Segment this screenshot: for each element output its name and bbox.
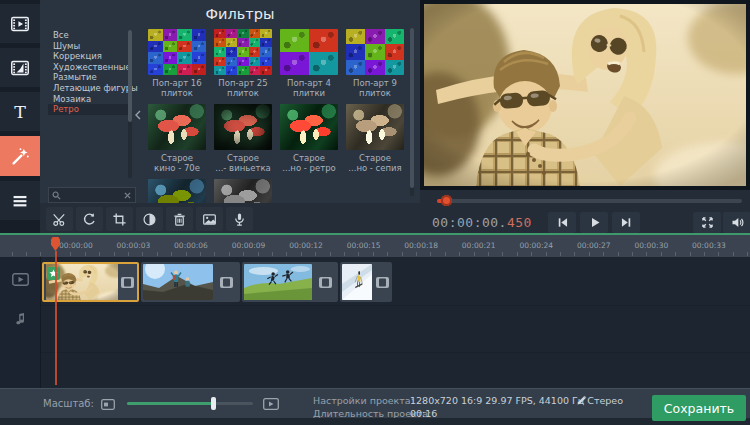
track-row-separator xyxy=(41,352,750,353)
scissors-icon xyxy=(52,212,67,227)
search-input[interactable] xyxy=(63,190,120,201)
crop-button[interactable] xyxy=(106,207,133,231)
filters-grid-scrollbar[interactable] xyxy=(410,28,414,196)
filter-thumbnail[interactable] xyxy=(214,179,272,203)
play-icon xyxy=(587,215,602,230)
sidebar-item-more[interactable] xyxy=(0,181,40,220)
timeline-tracks xyxy=(0,257,750,388)
previous-frame-icon xyxy=(555,215,570,230)
timecode-milliseconds: 450 xyxy=(507,215,532,230)
cut-button[interactable] xyxy=(46,207,73,231)
filter-thumbnail[interactable] xyxy=(280,104,338,150)
filter-thumbnail[interactable] xyxy=(214,29,272,75)
seek-bar[interactable] xyxy=(437,199,742,203)
seek-handle[interactable] xyxy=(441,195,452,206)
filter-name: Поп-арт 4плитки xyxy=(278,78,340,98)
sidebar-item-transitions[interactable] xyxy=(0,48,40,87)
category-item[interactable]: Все xyxy=(48,30,128,41)
category-item[interactable]: Ретро xyxy=(48,104,128,115)
timeline-clip-jumpers[interactable] xyxy=(242,262,338,302)
volume-button[interactable] xyxy=(723,212,750,233)
next-frame-icon xyxy=(619,215,634,230)
sidebar-item-titles[interactable]: T xyxy=(0,92,40,131)
fullscreen-button[interactable] xyxy=(693,212,721,233)
filmstrip-transition-icon xyxy=(9,57,31,79)
ruler-label: 00:00:12 xyxy=(289,241,323,250)
chevron-left-icon xyxy=(135,110,141,120)
contrast-icon xyxy=(142,212,157,227)
fullscreen-icon xyxy=(700,215,715,230)
filters-panel: Фильтры ВсеШумыКоррекцияХудожественныеРа… xyxy=(40,0,420,203)
filter-thumbnail[interactable] xyxy=(346,29,404,75)
transition-badge[interactable] xyxy=(121,277,134,288)
filmstrip-play-icon xyxy=(9,13,31,35)
zoom-label: Масштаб: xyxy=(43,398,94,409)
category-item[interactable]: Размытие xyxy=(48,72,128,83)
timeline-zoom-slider[interactable] xyxy=(127,402,253,405)
timecode: 00:00:00.450 xyxy=(432,215,532,230)
category-item[interactable]: Летающие фигуры xyxy=(48,83,128,94)
filter-thumbnail[interactable] xyxy=(148,179,206,203)
filter-thumbnail[interactable] xyxy=(346,104,404,150)
preview-couple-image xyxy=(424,4,746,186)
next-frame-button[interactable] xyxy=(612,212,640,233)
sidebar-item-media[interactable] xyxy=(0,4,40,43)
timeline-clip-hikers[interactable] xyxy=(141,262,240,302)
search-icon xyxy=(52,191,61,200)
delete-button[interactable] xyxy=(166,207,193,231)
microphone-icon xyxy=(232,212,247,227)
timeline-ruler[interactable]: 00:00:0000:00:0300:00:0600:00:0900:00:12… xyxy=(0,235,750,257)
filter-thumbnail[interactable] xyxy=(280,29,338,75)
filter-thumbnail[interactable] xyxy=(148,29,206,75)
clip-properties-button[interactable] xyxy=(196,207,223,231)
play-button[interactable] xyxy=(580,212,608,233)
filter-name: Старое...но - сепия xyxy=(344,153,406,173)
transition-badge[interactable] xyxy=(376,277,389,288)
image-icon xyxy=(202,212,217,227)
filter-name: Старое...но - ретро xyxy=(278,153,340,173)
rotate-button[interactable] xyxy=(76,207,103,231)
timeline-clip-skier[interactable] xyxy=(340,262,392,302)
record-audio-button[interactable] xyxy=(226,207,253,231)
category-item[interactable]: Шумы xyxy=(48,41,128,52)
save-button[interactable]: Сохранить xyxy=(652,395,746,421)
ruler-label: 00:00:09 xyxy=(232,241,266,250)
clear-search-icon[interactable] xyxy=(124,192,131,199)
ruler-label: 00:00:30 xyxy=(635,241,669,250)
zoom-out-clips-icon[interactable] xyxy=(101,399,115,410)
category-item[interactable]: Мозаика xyxy=(48,94,128,105)
video-track-icon xyxy=(12,273,29,286)
edit-pencil-icon[interactable] xyxy=(576,395,587,406)
magic-wand-icon xyxy=(9,145,31,167)
ruler-label: 00:00:33 xyxy=(692,241,726,250)
filter-name: Староекино - 70е xyxy=(146,153,208,173)
project-settings-label: Настройки проекта: xyxy=(313,395,414,406)
project-settings-value: 1280x720 16:9 29.97 FPS, 44100 Гц Стерео xyxy=(410,395,623,406)
category-item[interactable]: Коррекция xyxy=(48,51,128,62)
filters-grid: Поп-арт 16плитокПоп-арт 25плитокПоп-арт … xyxy=(148,0,410,203)
rotate-icon xyxy=(82,212,97,227)
zoom-slider-handle[interactable] xyxy=(211,397,216,410)
hamburger-icon xyxy=(9,190,31,212)
track-header-column xyxy=(0,257,41,388)
color-adjust-button[interactable] xyxy=(136,207,163,231)
collapse-panel-chevron[interactable] xyxy=(134,28,142,202)
category-item[interactable]: Художественные xyxy=(48,62,128,73)
transition-badge[interactable] xyxy=(220,277,233,288)
category-list: ВсеШумыКоррекцияХудожественныеРазмытиеЛе… xyxy=(48,30,128,115)
zoom-in-clips-icon[interactable] xyxy=(263,398,279,410)
filter-thumbnail[interactable] xyxy=(214,104,272,150)
previous-frame-button[interactable] xyxy=(548,212,576,233)
filter-thumbnail[interactable] xyxy=(148,104,206,150)
ruler-label: 00:00:03 xyxy=(117,241,151,250)
category-scrollbar[interactable] xyxy=(128,30,132,178)
ruler-label: 00:00:15 xyxy=(347,241,381,250)
ruler-label: 00:00:24 xyxy=(519,241,553,250)
favorite-star-badge xyxy=(47,267,60,280)
crop-icon xyxy=(112,212,127,227)
video-preview[interactable] xyxy=(424,4,746,186)
sidebar-item-filters[interactable] xyxy=(0,136,40,176)
playhead-line[interactable] xyxy=(55,251,57,385)
transition-badge[interactable] xyxy=(319,277,332,288)
ruler-label: 00:00:27 xyxy=(577,241,611,250)
